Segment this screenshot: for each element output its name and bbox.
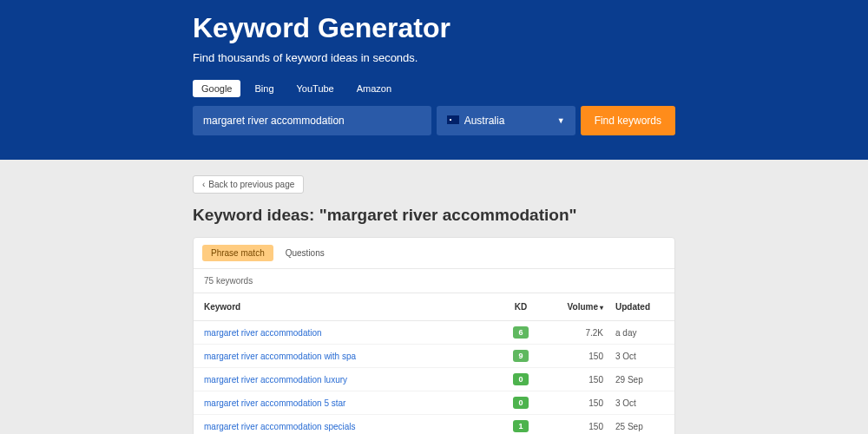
keyword-input[interactable] [193, 106, 431, 135]
results-card: Phrase matchQuestions 75 keywords Keywor… [193, 237, 675, 434]
header-kd[interactable]: KD [499, 302, 542, 312]
keyword-link[interactable]: margaret river accommodation with spa [204, 352, 356, 361]
table-body: margaret river accommodation67.2Ka dayma… [194, 321, 674, 434]
chevron-down-icon: ▼ [557, 116, 565, 125]
results-title: Keyword ideas: "margaret river accommoda… [193, 206, 675, 225]
kd-badge: 0 [513, 373, 529, 385]
result-tab-questions[interactable]: Questions [277, 245, 333, 261]
updated-cell: 3 Oct [603, 398, 664, 408]
back-button[interactable]: ‹ Back to previous page [193, 175, 304, 194]
table-row[interactable]: margaret river accommodation with spa915… [194, 345, 674, 368]
country-label: Australia [464, 115, 505, 127]
kd-badge: 6 [513, 326, 529, 339]
content-section: ‹ Back to previous page Keyword ideas: "… [0, 160, 868, 434]
table-row[interactable]: margaret river accommodation 5 star01503… [194, 391, 674, 415]
kd-badge: 9 [513, 350, 529, 362]
table-row[interactable]: margaret river accommodation67.2Ka day [194, 321, 674, 345]
result-tabs: Phrase matchQuestions [194, 238, 674, 269]
engine-tabs: GoogleBingYouTubeAmazon [193, 80, 675, 97]
keyword-link[interactable]: margaret river accommodation 5 star [204, 398, 345, 408]
table-row[interactable]: margaret river accommodation luxury01502… [194, 368, 674, 391]
keyword-link[interactable]: margaret river accommodation [204, 328, 322, 338]
flag-icon [447, 115, 459, 124]
back-label: Back to previous page [208, 180, 294, 189]
table-row[interactable]: margaret river accommodation specials115… [194, 415, 674, 434]
volume-cell: 150 [542, 422, 603, 431]
updated-cell: a day [603, 328, 664, 338]
header-volume[interactable]: Volume▾ [542, 302, 603, 312]
engine-tab-google[interactable]: Google [193, 80, 240, 97]
kd-badge: 1 [513, 420, 529, 432]
kd-badge: 0 [513, 397, 529, 409]
table-header: Keyword KD Volume▾ Updated [194, 293, 674, 321]
volume-cell: 150 [542, 398, 603, 408]
hero-section: Keyword Generator Find thousands of keyw… [0, 0, 868, 160]
page-subtitle: Find thousands of keyword ideas in secon… [193, 51, 675, 64]
volume-cell: 150 [542, 375, 603, 385]
result-tab-phrase-match[interactable]: Phrase match [202, 245, 273, 261]
engine-tab-youtube[interactable]: YouTube [288, 80, 343, 97]
search-row: Australia ▼ Find keywords [193, 106, 675, 135]
page-title: Keyword Generator [193, 12, 675, 44]
header-keyword[interactable]: Keyword [204, 302, 499, 312]
chevron-left-icon: ‹ [202, 180, 205, 189]
updated-cell: 29 Sep [603, 375, 664, 385]
updated-cell: 25 Sep [603, 422, 664, 431]
volume-cell: 7.2K [542, 328, 603, 338]
keyword-link[interactable]: margaret river accommodation specials [204, 422, 356, 431]
header-updated[interactable]: Updated [603, 302, 664, 312]
volume-cell: 150 [542, 352, 603, 361]
updated-cell: 3 Oct [603, 352, 664, 361]
country-select[interactable]: Australia ▼ [437, 106, 575, 135]
engine-tab-bing[interactable]: Bing [246, 80, 282, 97]
engine-tab-amazon[interactable]: Amazon [348, 80, 400, 97]
result-count: 75 keywords [194, 269, 674, 293]
find-keywords-button[interactable]: Find keywords [581, 106, 675, 135]
keyword-link[interactable]: margaret river accommodation luxury [204, 375, 347, 385]
